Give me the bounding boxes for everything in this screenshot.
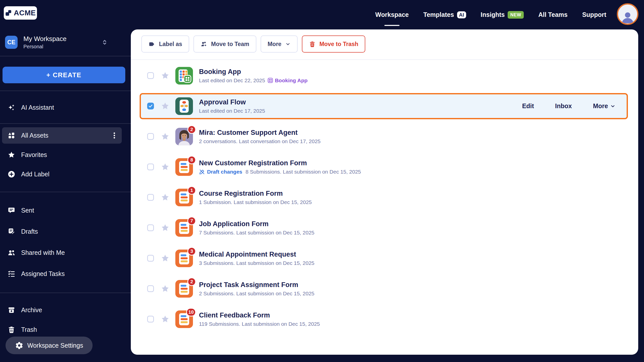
nav-item-label: Insights (481, 11, 505, 18)
asset-row[interactable]: 10Client Feedback Form119 Submissions. L… (140, 304, 628, 334)
sidebar-item-ai-assistant[interactable]: AI Assistant (2, 100, 122, 115)
favorite-star-icon[interactable] (161, 223, 170, 232)
asset-row[interactable]: Approval FlowLast edited on Dec 17, 2025… (140, 93, 628, 119)
sidebar-item-label: AI Assistant (21, 104, 54, 111)
row-action-label: More (593, 102, 608, 110)
label-as-button[interactable]: Label as (141, 35, 189, 53)
sidebar-divider (0, 293, 131, 293)
asset-row[interactable]: 2Mira: Customer Support Agent2 conversat… (140, 121, 628, 152)
row-checkbox[interactable] (147, 224, 154, 231)
sidebar: CE My Workspace Personal + CREATE AI Ass… (0, 29, 131, 362)
asset-row[interactable]: 2Project Task Assignment Form2 Submissio… (140, 273, 628, 304)
asset-row[interactable]: 3Medical Appointment Request3 Submission… (140, 243, 628, 273)
linked-app-link[interactable]: Booking App (267, 77, 308, 84)
asset-subtitle: 3 Submissions. Last submission on Dec 15… (199, 260, 314, 266)
asset-meta: Project Task Assignment Form2 Submission… (199, 281, 314, 297)
favorite-star-icon[interactable] (161, 315, 170, 324)
acme-logo[interactable]: ACME (4, 6, 37, 20)
favorite-star-icon[interactable] (161, 163, 170, 171)
row-action-inbox-button[interactable]: Inbox (555, 102, 572, 110)
row-checkbox[interactable] (147, 164, 154, 170)
asset-subtitle-text: 3 Submissions. Last submission on Dec 15… (199, 260, 314, 266)
row-action-more-button[interactable]: More (593, 102, 616, 110)
row-checkbox[interactable] (147, 103, 154, 109)
nav-item-all-teams[interactable]: All Teams (538, 11, 568, 18)
user-avatar[interactable] (617, 3, 638, 25)
sidebar-item-assigned-tasks[interactable]: Assigned Tasks (2, 266, 122, 281)
sidebar-item-drafts[interactable]: Drafts (2, 224, 122, 239)
asset-subtitle: Draft changes8 Submissions. Last submiss… (199, 169, 361, 175)
draft-changes-label: Draft changes (207, 169, 242, 175)
asset-row-slot: 10Client Feedback Form119 Submissions. L… (140, 304, 628, 334)
brand-name: ACME (14, 9, 36, 17)
nav-item-label: Templates (423, 11, 454, 18)
favorite-star-icon[interactable] (161, 193, 170, 202)
move-to-team-button[interactable]: Move to Team (193, 35, 256, 53)
asset-subtitle-text: 8 Submissions. Last submission on Dec 15… (246, 169, 361, 175)
more-button[interactable]: More (261, 35, 298, 53)
form-asset-icon: 10 (175, 310, 193, 328)
row-checkbox[interactable] (147, 316, 154, 323)
row-checkbox[interactable] (147, 194, 154, 201)
asset-title: Course Registration Form (199, 190, 312, 197)
favorite-star-icon[interactable] (161, 254, 170, 263)
draft-changes-indicator: Draft changes (199, 169, 242, 175)
linked-app-label: Booking App (275, 77, 308, 84)
row-checkbox[interactable] (147, 133, 154, 140)
toolbar-button-label: More (268, 41, 281, 48)
form-asset-icon: 3 (175, 250, 193, 267)
asset-subtitle: Last edited on Dec 17, 2025 (199, 108, 265, 114)
draft-icon (199, 169, 205, 175)
nav-item-insights[interactable]: InsightsNEW (481, 11, 524, 19)
label-icon (148, 41, 155, 48)
workspace-switcher[interactable]: CE My Workspace Personal (5, 35, 123, 49)
asset-row[interactable]: Booking AppLast edited on Dec 22, 2025Bo… (140, 60, 628, 91)
star-icon (8, 151, 15, 159)
asset-row-slot: 7Job Application Form7 Submissions. Last… (140, 213, 628, 243)
nav-item-support[interactable]: Support (582, 11, 606, 18)
asset-subtitle: Last edited on Dec 22, 2025Booking App (199, 77, 308, 84)
asset-title: Booking App (199, 68, 308, 76)
asset-subtitle-text: 7 Submissions. Last submission on Dec 15… (199, 230, 314, 236)
asset-subtitle-text: 2 conversations. Last conversation on De… (199, 138, 320, 144)
favorite-star-icon[interactable] (161, 102, 170, 110)
toolbar-button-label: Move to Trash (319, 41, 358, 48)
sidebar-item-all-assets[interactable]: All Assets (2, 127, 122, 144)
nav-item-templates[interactable]: TemplatesAI (423, 11, 466, 18)
row-checkbox[interactable] (147, 255, 154, 262)
move-to-trash-button[interactable]: Move to Trash (302, 35, 366, 53)
workspace-settings-button[interactable]: Workspace Settings (6, 337, 93, 354)
sidebar-item-sent[interactable]: Sent (2, 203, 122, 218)
trash-red-icon (309, 41, 316, 48)
favorite-star-icon[interactable] (161, 284, 170, 293)
app-link-icon (267, 77, 273, 83)
asset-title: Approval Flow (199, 98, 265, 106)
row-action-edit-button[interactable]: Edit (522, 102, 534, 110)
asset-row[interactable]: 8New Customer Registration FormDraft cha… (140, 152, 628, 182)
asset-row[interactable]: 7Job Application Form7 Submissions. Last… (140, 213, 628, 243)
new-badge: NEW (508, 11, 524, 19)
sidebar-item-trash[interactable]: Trash (2, 322, 122, 337)
row-checkbox[interactable] (147, 72, 154, 79)
asset-row-slot: 3Medical Appointment Request3 Submission… (140, 243, 628, 273)
asset-title: Project Task Assignment Form (199, 281, 314, 289)
favorite-star-icon[interactable] (161, 71, 170, 80)
sidebar-item-favorites[interactable]: Favorites (2, 147, 122, 163)
archive-icon (8, 306, 15, 314)
sidebar-group: SentDraftsShared with MeAssigned Tasks (0, 203, 131, 281)
nav-item-workspace[interactable]: Workspace (375, 11, 409, 18)
asset-row[interactable]: 1Course Registration Form1 Submission. L… (140, 182, 628, 213)
row-checkbox[interactable] (147, 285, 154, 292)
sidebar-divider (0, 91, 131, 91)
kebab-icon (110, 132, 118, 139)
sidebar-item-shared-with-me[interactable]: Shared with Me (2, 245, 122, 260)
create-button[interactable]: + CREATE (3, 67, 125, 83)
trash-icon (8, 326, 15, 334)
sidebar-item-add-label[interactable]: Add Label (2, 166, 122, 182)
sidebar-item-label: Sent (21, 207, 34, 214)
toolbar-divider (131, 59, 638, 60)
sidebar-item-archive[interactable]: Archive (2, 302, 122, 317)
favorite-star-icon[interactable] (161, 132, 170, 141)
asset-meta: Medical Appointment Request3 Submissions… (199, 251, 314, 266)
nav-item-label: Support (582, 11, 606, 18)
